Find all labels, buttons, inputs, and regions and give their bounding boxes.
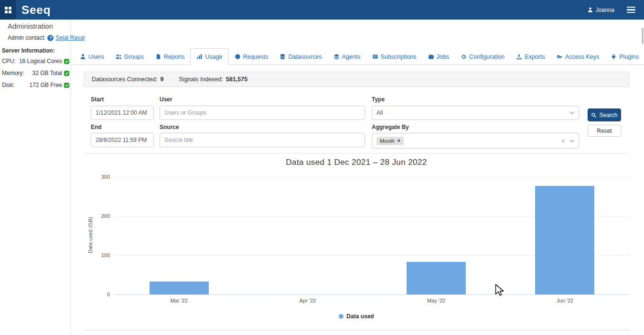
administration-page: Seeq Joanna Administration Admin contact… — [0, 0, 644, 335]
tab-label: Jobs — [437, 54, 449, 60]
tab-subscriptions[interactable]: Subscriptions — [366, 48, 422, 65]
user-menu[interactable]: Joanna — [587, 7, 614, 13]
configuration-icon — [461, 54, 467, 60]
admin-contact-link[interactable]: Sejal Raval — [55, 34, 85, 41]
tab-exports[interactable]: Exports — [510, 48, 550, 65]
type-select[interactable]: All — [372, 106, 579, 120]
tab-access-keys[interactable]: Access Keys — [551, 48, 605, 65]
x-tick-label: Jun '22 — [501, 298, 629, 303]
tab-jobs[interactable]: Jobs — [422, 48, 455, 65]
stats-bar: Datasources Connected: 9 Signals Indexed… — [84, 72, 629, 87]
tab-usage[interactable]: Usage — [190, 48, 228, 65]
tab-label: Datasources — [288, 54, 322, 60]
datasources-icon — [279, 54, 286, 60]
disk-value: 172 GB Free — [29, 82, 62, 88]
cpu-label: CPU: — [2, 58, 16, 65]
server-info-row-cpu: CPU: 16 Logical Cores — [2, 58, 69, 65]
access-keys-icon — [557, 54, 563, 60]
tab-label: Exports — [525, 54, 545, 60]
tab-label: Subscriptions — [381, 54, 417, 60]
chart-title: Data used 1 Dec 2021 – 28 Jun 2022 — [84, 158, 629, 167]
requests-icon — [235, 54, 241, 60]
chevron-down-icon — [569, 111, 574, 114]
datasources-connected-label: Datasources Connected: — [92, 76, 158, 83]
type-select-value: All — [376, 109, 383, 116]
tab-agents[interactable]: Agents — [328, 48, 366, 65]
server-info-row-memory: Memory: 32 GB Total — [2, 70, 69, 76]
x-tick-label: Mar '22 — [115, 298, 243, 303]
aggregate-chip-month[interactable]: Month × — [376, 137, 404, 145]
admin-contact-label: Admin contact: — [8, 34, 45, 41]
tab-configuration[interactable]: Configuration — [455, 48, 510, 65]
reset-button[interactable]: Reset — [588, 125, 621, 137]
sidebar-divider — [70, 20, 71, 335]
exports-icon — [516, 54, 522, 60]
signals-indexed-label: Signals Indexed: — [179, 76, 223, 83]
legend-marker — [339, 314, 343, 319]
tab-label: Users — [88, 54, 104, 60]
server-info-title: Server Information: — [2, 47, 69, 54]
bar-May '22[interactable] — [407, 262, 466, 294]
reports-icon — [155, 54, 161, 60]
end-label: End — [91, 124, 102, 130]
scrollbar-thumb[interactable] — [642, 28, 644, 44]
disk-label: Disk: — [2, 82, 15, 88]
y-tick-label: 0 — [86, 292, 110, 297]
user-input[interactable] — [160, 106, 365, 120]
server-info-panel: Server Information: CPU: 16 Logical Core… — [2, 47, 69, 94]
y-tick-label: 100 — [86, 252, 110, 258]
x-tick-label: May '22 — [372, 298, 501, 303]
start-date-input[interactable] — [91, 106, 154, 120]
legend-label: Data used — [346, 313, 374, 320]
tab-label: Configuration — [469, 54, 504, 60]
check-icon — [64, 71, 69, 76]
seeq-logo[interactable]: Seeq — [21, 3, 51, 17]
check-icon — [64, 83, 69, 88]
user-name: Joanna — [596, 7, 614, 13]
source-input[interactable] — [160, 133, 365, 147]
tab-reports[interactable]: Reports — [150, 48, 191, 65]
chip-remove-icon[interactable]: × — [397, 138, 400, 143]
tab-requests[interactable]: Requests — [229, 48, 274, 65]
tab-label: Groups — [124, 54, 144, 60]
tab-users[interactable]: Users — [74, 48, 110, 65]
y-tick-label: 300 — [86, 174, 110, 180]
subscriptions-icon — [372, 54, 378, 60]
aggregate-by-select[interactable]: Month × × — [372, 133, 579, 149]
x-tick-label: Apr '22 — [243, 298, 372, 303]
gridline — [115, 177, 629, 177]
tab-label: Requests — [243, 54, 268, 60]
help-icon[interactable]: ? — [47, 35, 54, 41]
hamburger-menu-button[interactable] — [625, 5, 637, 15]
source-label: Source — [160, 124, 179, 130]
app-grid-button[interactable] — [0, 0, 16, 20]
jobs-icon — [428, 54, 434, 60]
datasources-connected-value: 9 — [161, 76, 164, 83]
tab-plugins[interactable]: Plugins — [605, 48, 644, 65]
tab-label: Access Keys — [565, 54, 600, 60]
memory-value: 32 GB Total — [32, 70, 62, 76]
search-icon — [591, 112, 597, 118]
clear-icon[interactable]: × — [561, 137, 565, 144]
topbar: Seeq Joanna — [0, 0, 644, 20]
search-button[interactable]: Search — [588, 108, 621, 121]
tab-label: Agents — [342, 54, 361, 60]
usage-icon — [196, 54, 203, 60]
agents-icon — [333, 54, 340, 60]
signals-indexed-value: 581,575 — [226, 76, 247, 83]
bar-Jun '22[interactable] — [535, 186, 594, 294]
aggregate-by-label: Aggregate By — [372, 124, 409, 130]
tab-bar: Users Groups Reports Usage Requests Data… — [71, 48, 644, 65]
user-icon — [587, 7, 593, 13]
start-label: Start — [91, 96, 104, 103]
search-button-label: Search — [599, 112, 617, 119]
users-icon — [80, 54, 86, 60]
usage-chart: Data used 1 Dec 2021 – 28 Jun 2022 Data … — [84, 153, 629, 330]
tab-label: Reports — [164, 54, 185, 60]
tab-groups[interactable]: Groups — [110, 48, 150, 65]
end-date-input[interactable] — [91, 133, 154, 147]
chevron-down-icon — [569, 140, 574, 142]
chart-legend[interactable]: Data used — [84, 313, 629, 320]
bar-Mar '22[interactable] — [150, 281, 209, 294]
tab-datasources[interactable]: Datasources — [274, 48, 327, 65]
